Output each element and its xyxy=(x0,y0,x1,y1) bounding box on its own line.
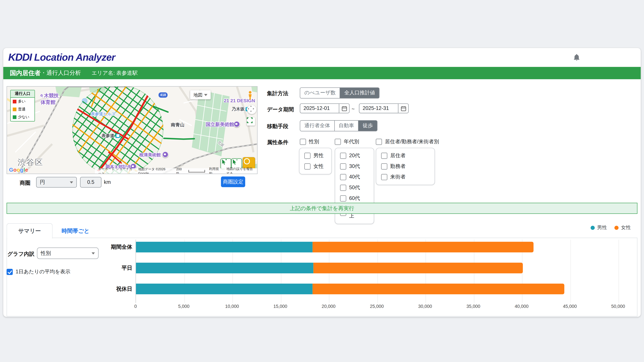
attribute-resident-checkbox-row: 居住者/勤務者/来街者別 xyxy=(376,138,439,145)
visitor-checkbox-item[interactable] xyxy=(381,174,388,180)
trade-area-set-button[interactable]: 商圏設定 xyxy=(221,176,245,187)
metro-station-icon: M xyxy=(116,134,120,138)
legend-item-female: 女性 xyxy=(614,224,631,231)
calendar-icon[interactable] xyxy=(339,104,349,113)
chart-category-label: 期間全体 xyxy=(82,242,132,252)
museum-pin-icon[interactable] xyxy=(162,151,168,158)
x-axis-tick-label: 30,000 xyxy=(411,304,440,309)
transport-segmented: 通行者全体 自動車 徒歩 xyxy=(300,120,378,131)
chevron-down-icon xyxy=(204,94,208,96)
map-label-art-center: 国立新美術館 xyxy=(206,121,234,128)
kddi-logo: KDDILocation Analyzer xyxy=(8,51,115,63)
age-40s-checkbox[interactable] xyxy=(340,174,346,180)
x-axis-tick-label: 50,000 xyxy=(604,304,632,309)
period-end-input[interactable]: 2025-12-31 xyxy=(359,103,408,113)
trade-area-radius-input[interactable]: 0.5 xyxy=(80,177,102,188)
kddi-logo-text: KDDI xyxy=(8,51,32,63)
worker-checkbox-item[interactable] xyxy=(381,163,388,170)
age-30s-checkbox[interactable] xyxy=(340,163,346,170)
transport-option-car[interactable]: 自動車 xyxy=(334,121,358,131)
radius-unit-label: km xyxy=(104,179,111,185)
resident-checkbox[interactable] xyxy=(376,139,382,145)
streetview-pegman-icon[interactable] xyxy=(247,91,255,101)
transport-label: 移動手段 xyxy=(267,123,288,130)
page-title-category: 国内居住者 xyxy=(10,69,41,77)
tab-summary[interactable]: サマリー xyxy=(6,223,52,239)
area-name-label: エリア名: 表参道駅 xyxy=(92,69,138,77)
fullscreen-button[interactable] xyxy=(247,117,255,125)
high-color-swatch xyxy=(13,100,16,103)
female-bar-segment-2 xyxy=(312,284,564,294)
map-label-omotesando: 表参道 M xyxy=(102,133,120,139)
low-color-swatch xyxy=(13,115,16,119)
map-attribution-bar: キーボード ショートカット 地図データ ©2026 Google 200 m 利… xyxy=(95,168,257,174)
app-stage: KDDILocation Analyzer 国内居住者 ・通行人口分析 エリア名… xyxy=(0,0,644,362)
bar-row-2 xyxy=(136,284,564,294)
chevron-down-icon xyxy=(92,252,95,254)
map-label-minami-aoyama: 南青山 xyxy=(171,122,184,128)
age-checkbox[interactable] xyxy=(335,139,341,145)
female-checkbox[interactable] xyxy=(304,163,310,170)
male-checkbox[interactable] xyxy=(304,153,310,159)
scale-bar xyxy=(188,170,205,172)
aggregation-option-estimate[interactable]: 全人口推計値 xyxy=(340,88,379,98)
google-logo[interactable]: Google xyxy=(9,167,28,173)
app-header: KDDILocation Analyzer xyxy=(3,48,641,67)
transport-option-all[interactable]: 通行者全体 xyxy=(300,121,334,131)
attribute-age-checkbox-row: 年代別 xyxy=(335,138,359,145)
chart-gridline xyxy=(570,240,570,303)
pan-control[interactable] xyxy=(247,105,256,114)
x-axis-tick-label: 20,000 xyxy=(314,304,343,309)
daily-average-checkbox-row: 1日あたりの平均を表示 xyxy=(6,269,70,276)
map-label-yoyogi-1: 々木競技 xyxy=(39,92,59,99)
graph-breakdown-label: グラフ内訳 xyxy=(8,250,34,258)
page-title-analysis: ・通行人口分析 xyxy=(40,69,81,77)
male-bar-segment-0 xyxy=(136,242,312,252)
bar-row-0 xyxy=(136,242,534,252)
age-20s-checkbox[interactable] xyxy=(340,153,346,159)
notification-bell-icon[interactable] xyxy=(572,53,581,62)
male-legend-dot xyxy=(591,226,595,230)
transport-option-walk[interactable]: 徒歩 xyxy=(358,121,377,131)
map-canvas[interactable]: 通行人口 多い 普通 少ない 々木競技 体育館 21 21 DESIGN 表参道… xyxy=(6,86,258,174)
male-bar-segment-1 xyxy=(136,263,314,273)
museum-pin-icon[interactable] xyxy=(234,121,240,127)
x-axis-tick-label: 25,000 xyxy=(362,304,391,309)
x-axis-tick-label: 0 xyxy=(121,304,150,309)
aggregation-option-users[interactable]: のべユーザ数 xyxy=(300,88,340,98)
x-axis-tick-label: 40,000 xyxy=(507,304,536,309)
x-axis-tick-label: 35,000 xyxy=(459,304,488,309)
terms-link[interactable]: 利用規約 xyxy=(209,166,221,174)
calendar-icon[interactable] xyxy=(398,104,408,113)
female-legend-dot xyxy=(614,226,618,230)
female-bar-segment-1 xyxy=(314,263,523,273)
tab-hourly[interactable]: 時間帯ごと xyxy=(52,223,98,239)
product-logo-text: Location Analyzer xyxy=(34,52,115,63)
chart-category-label: 祝休日 xyxy=(82,284,132,294)
period-start-input[interactable]: 2025-12-01 xyxy=(300,103,350,113)
attribute-gender-checkbox-row: 性別 xyxy=(300,138,319,145)
map-legend-title: 通行人口 xyxy=(11,90,34,98)
age-50s-checkbox[interactable] xyxy=(340,185,346,191)
x-axis-tick-label: 5,000 xyxy=(170,304,198,309)
trade-area-shape-select[interactable]: 円 xyxy=(36,177,77,188)
report-error-link[interactable]: 地図の誤りを報告する xyxy=(225,168,257,174)
title-bar: 国内居住者 ・通行人口分析 エリア名: 表参道駅 xyxy=(3,67,641,79)
map-type-button[interactable]: 地図 xyxy=(190,90,211,99)
age-60s-checkbox[interactable] xyxy=(340,195,346,202)
gender-group-box: 男性 女性 xyxy=(299,148,332,174)
map-label-yoyogi-2: 体育館 xyxy=(40,99,55,106)
resident-checkbox-item[interactable] xyxy=(381,153,388,159)
trade-area-label: 商圏 xyxy=(20,179,30,187)
aggregation-label: 集計方法 xyxy=(267,90,288,97)
gender-checkbox[interactable] xyxy=(300,139,306,145)
period-label: データ期間 xyxy=(267,106,294,113)
map-label-nezu-museum: 根津美術館 xyxy=(139,152,161,158)
map-legend: 通行人口 多い 普通 少ない xyxy=(10,90,35,121)
rerun-aggregation-button[interactable]: 上記の条件で集計を再実行 xyxy=(6,203,638,214)
scale-label: 200 m xyxy=(176,167,184,174)
map-legend-item-mid: 普通 xyxy=(11,105,34,113)
keyboard-shortcuts-link[interactable]: キーボード ショートカット xyxy=(98,166,134,174)
x-axis-tick-label: 10,000 xyxy=(218,304,246,309)
daily-average-checkbox[interactable] xyxy=(6,269,13,275)
